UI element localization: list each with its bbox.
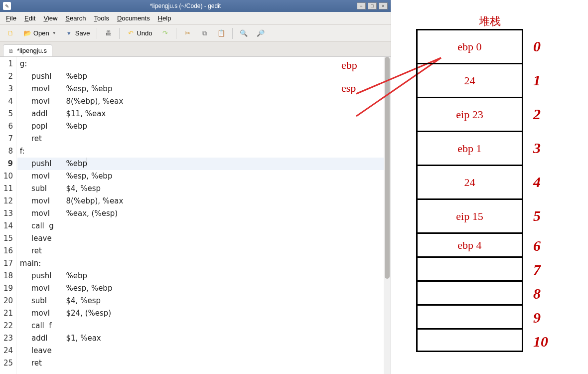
new-button[interactable]: 🗋 (3, 27, 18, 39)
app-icon: ✎ (3, 2, 11, 10)
open-button[interactable]: 📂 Open ▼ (20, 27, 60, 39)
scrollbar[interactable] (384, 57, 391, 374)
mnemonic: pushl (31, 270, 61, 282)
stack-row: ebp 1 (416, 131, 523, 165)
separator (97, 28, 97, 39)
window-controls: − □ × (357, 2, 388, 9)
code-line[interactable]: ret (17, 245, 391, 257)
maximize-button[interactable]: □ (368, 2, 377, 9)
menu-tools[interactable]: Tools (90, 13, 113, 23)
stack-index: 9 (533, 309, 541, 326)
mnemonic: pushl (31, 70, 61, 83)
undo-icon: ↶ (127, 29, 135, 37)
stack-index: 4 (533, 174, 541, 190)
replace-icon: 🔎 (257, 29, 265, 37)
stack-index: 3 (533, 140, 541, 157)
code-line[interactable]: movl %eax, (%esp) (17, 207, 391, 220)
stack-row: 24 (416, 165, 523, 198)
code-line[interactable]: movl %esp, %ebp (17, 83, 391, 95)
line-gutter: 1234567891011121314151617181920212223242… (0, 57, 16, 374)
code-line[interactable]: ret (17, 133, 391, 145)
code-line[interactable]: movl 8(%ebp), %eax (17, 95, 391, 108)
open-label: Open (33, 29, 49, 37)
tab-file[interactable]: 🗎 *lipengju.s (3, 44, 52, 56)
menu-search[interactable]: Search (61, 13, 90, 23)
mnemonic: addl (31, 332, 61, 345)
operands: %esp, %ebp (61, 83, 112, 95)
mnemonic: subl (31, 183, 61, 195)
code-line[interactable]: popl %ebp (17, 120, 391, 133)
stack-row: 24 (416, 63, 523, 97)
stack-row: eip 15 (416, 198, 523, 232)
code-line[interactable]: movl $24, (%esp) (17, 307, 391, 320)
cut-button[interactable]: ✂ (180, 27, 195, 39)
line-number: 13 (1, 207, 13, 220)
menu-edit[interactable]: Edit (20, 13, 39, 23)
line-number: 7 (1, 133, 13, 145)
close-button[interactable]: × (379, 2, 388, 9)
save-button[interactable]: ▾ Save (62, 27, 94, 39)
code-line[interactable]: leave (17, 232, 391, 245)
code-line[interactable]: movl 8(%ebp), %eax (17, 195, 391, 207)
line-number: 23 (1, 332, 13, 345)
scrollbar-thumb[interactable] (385, 57, 390, 279)
mnemonic: movl (31, 170, 61, 183)
code-line[interactable]: g: (17, 58, 391, 70)
mnemonic: movl (31, 95, 61, 108)
mnemonic: pushl (31, 158, 61, 170)
dropdown-icon: ▼ (52, 31, 56, 35)
line-number: 2 (1, 70, 13, 83)
line-number: 19 (1, 282, 13, 295)
tab-bar: 🗎 *lipengju.s (0, 42, 391, 57)
operands: 8(%ebp), %eax (61, 195, 123, 207)
code-editor[interactable]: 1234567891011121314151617181920212223242… (0, 57, 391, 374)
menu-help[interactable]: Help (154, 13, 175, 23)
print-button[interactable]: 🖶 (101, 27, 116, 39)
code-line[interactable]: addl $11, %eax (17, 108, 391, 120)
stack-index: 0 (533, 38, 541, 55)
operands: %esp, %ebp (61, 282, 112, 295)
code-content[interactable]: g: pushl %ebp movl %esp, %ebp movl 8(%eb… (16, 57, 391, 374)
undo-button[interactable]: ↶ Undo (123, 27, 155, 39)
code-label: f: (17, 145, 25, 158)
menu-file[interactable]: File (2, 13, 20, 23)
code-line[interactable]: call g (17, 220, 391, 232)
mnemonic: call (31, 220, 44, 232)
stack-index: 8 (533, 285, 541, 302)
code-line[interactable]: addl $1, %eax (17, 332, 391, 345)
code-line[interactable]: pushl %ebp (17, 70, 391, 83)
code-line[interactable]: ret (17, 357, 391, 370)
mnemonic: leave (31, 345, 61, 357)
line-number: 20 (1, 295, 13, 307)
code-line[interactable]: call f (17, 320, 391, 332)
code-line[interactable]: leave (17, 345, 391, 357)
minimize-button[interactable]: − (357, 2, 366, 9)
line-number: 18 (1, 270, 13, 282)
code-line[interactable]: f: (17, 145, 391, 158)
code-line[interactable]: movl %esp, %ebp (17, 170, 391, 183)
paste-button[interactable]: 📋 (214, 27, 229, 39)
line-number: 14 (1, 220, 13, 232)
replace-button[interactable]: 🔎 (253, 27, 268, 39)
code-line[interactable]: main: (17, 257, 391, 270)
mnemonic: ret (31, 133, 61, 145)
tab-label: *lipengju.s (17, 47, 47, 54)
menu-documents[interactable]: Documents (113, 13, 154, 23)
operands: $4, %esp (61, 295, 101, 307)
stack-table: ebp 024eip 23ebp 124eip 15ebp 4 (416, 29, 523, 352)
mnemonic: movl (31, 307, 61, 320)
code-line[interactable]: subl $4, %esp (17, 183, 391, 195)
find-button[interactable]: 🔍 (236, 27, 251, 39)
code-line[interactable]: pushl %ebp (17, 158, 391, 170)
undo-label: Undo (137, 29, 152, 37)
mnemonic: ret (31, 357, 61, 370)
line-number: 22 (1, 320, 13, 332)
code-line[interactable]: pushl %ebp (17, 270, 391, 282)
mnemonic: ret (31, 245, 61, 257)
code-line[interactable]: movl %esp, %ebp (17, 282, 391, 295)
mnemonic: movl (31, 207, 61, 220)
menu-view[interactable]: View (39, 13, 61, 23)
redo-button[interactable]: ↷ (157, 27, 172, 39)
copy-button[interactable]: ⧉ (197, 27, 212, 39)
code-line[interactable]: subl $4, %esp (17, 295, 391, 307)
